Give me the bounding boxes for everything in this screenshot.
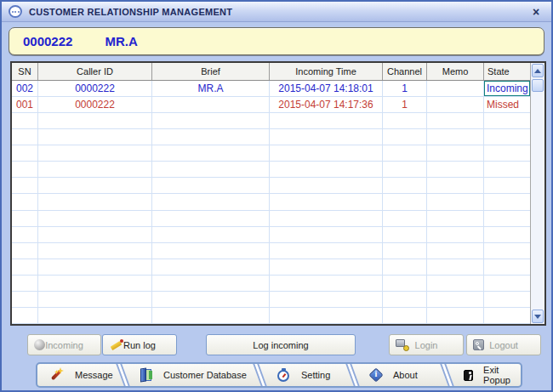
- pencil-icon: [109, 338, 123, 351]
- table-cell: [383, 276, 427, 291]
- table-cell: [270, 129, 383, 145]
- table-cell: [383, 243, 427, 258]
- table-cell[interactable]: 2015-04-07 14:18:01: [270, 81, 383, 96]
- table-cell: [270, 243, 383, 258]
- table-cell: [38, 162, 152, 177]
- login-button[interactable]: Login: [389, 334, 464, 355]
- run-log-button[interactable]: Run log: [102, 334, 177, 355]
- scrollbar-track[interactable]: [531, 93, 544, 309]
- table-cell: [427, 194, 484, 209]
- scrollbar-thumb[interactable]: [532, 79, 544, 92]
- table-cell: [383, 211, 427, 226]
- tab-setting-label: Setting: [301, 370, 330, 380]
- caller-id-text: 0000222: [23, 34, 72, 48]
- table-cell: [427, 276, 484, 291]
- log-incoming-button-label: Log incoming: [253, 340, 308, 350]
- table-cell[interactable]: [152, 97, 270, 112]
- tab-setting[interactable]: Setting: [265, 364, 348, 386]
- table-row-empty: [12, 129, 530, 145]
- chevron-up-icon: [534, 69, 541, 73]
- table-cell: [152, 292, 270, 307]
- table-cell: [38, 194, 152, 209]
- column-header-memo[interactable]: Memo: [427, 63, 484, 80]
- column-header-caller-id[interactable]: Caller ID: [38, 63, 152, 80]
- scroll-up-button[interactable]: [532, 64, 544, 77]
- table-cell: [38, 243, 152, 258]
- table-row-empty: [12, 194, 530, 210]
- column-header-state[interactable]: State: [484, 63, 530, 80]
- table-cell[interactable]: 2015-04-07 14:17:36: [270, 97, 383, 112]
- table-cell: [270, 194, 383, 209]
- tab-customer-database[interactable]: Customer Database: [128, 364, 255, 386]
- tab-about[interactable]: i About: [357, 364, 442, 386]
- table-cell: [270, 227, 383, 242]
- table-cell: [270, 145, 383, 161]
- table-row-empty: [12, 178, 530, 194]
- table-cell[interactable]: MR.A: [152, 81, 270, 96]
- table-cell: [38, 292, 152, 307]
- table-cell: [12, 145, 38, 161]
- vertical-scrollbar[interactable]: [530, 63, 544, 324]
- call-log-table: SN Caller ID Brief Incoming Time Channel…: [10, 61, 546, 326]
- tab-message[interactable]: Message: [37, 364, 118, 386]
- incoming-button-label: Incoming: [45, 340, 83, 350]
- table-cell[interactable]: 1: [383, 81, 427, 96]
- table-cell: [12, 211, 38, 226]
- table-cell: [270, 276, 383, 291]
- app-chat-icon: [9, 5, 22, 18]
- table-cell[interactable]: [427, 97, 484, 112]
- logout-button-label: Logout: [489, 340, 518, 350]
- table-header-row: SN Caller ID Brief Incoming Time Channel…: [12, 63, 530, 81]
- table-cell[interactable]: Missed: [484, 97, 530, 112]
- table-cell[interactable]: Incoming: [484, 81, 530, 96]
- table-cell: [484, 162, 530, 177]
- table-cell: [427, 243, 484, 258]
- table-cell: [427, 129, 484, 145]
- table-cell: [484, 227, 530, 242]
- column-header-sn[interactable]: SN: [12, 63, 38, 80]
- table-cell: [152, 259, 270, 275]
- column-header-channel[interactable]: Channel: [383, 63, 427, 80]
- table-cell: [484, 243, 530, 258]
- table-cell: [383, 162, 427, 177]
- scroll-down-button[interactable]: [532, 310, 544, 323]
- table-cell: [427, 145, 484, 161]
- table-cell[interactable]: [427, 81, 484, 96]
- logout-button[interactable]: Logout: [466, 334, 541, 355]
- table-cell: [12, 178, 38, 193]
- table-row-empty: [12, 227, 530, 243]
- caller-banner: 0000222 MR.A: [9, 27, 544, 55]
- app-window: CUSTOMER RELATIONSHIP MANAGEMENT × 00002…: [0, 0, 553, 392]
- table-row[interactable]: 00100002222015-04-07 14:17:361Missed: [12, 97, 530, 113]
- table-cell: [383, 113, 427, 128]
- table-cell: [12, 113, 38, 128]
- table-row-empty: [12, 292, 530, 308]
- table-cell[interactable]: 0000222: [38, 81, 152, 96]
- table-cell: [383, 145, 427, 161]
- table-cell: [152, 276, 270, 291]
- table-row-empty: [12, 243, 530, 259]
- table-cell: [484, 113, 530, 128]
- column-header-brief[interactable]: Brief: [152, 63, 270, 80]
- run-log-button-label: Run log: [123, 340, 156, 350]
- column-header-incoming-time[interactable]: Incoming Time: [270, 63, 383, 80]
- table-cell: [152, 227, 270, 242]
- table-row[interactable]: 0020000222MR.A2015-04-07 14:18:011Incomi…: [12, 81, 530, 97]
- table-cell: [270, 308, 383, 323]
- close-icon[interactable]: ×: [527, 5, 544, 19]
- tab-exit-popup[interactable]: Exit Popup: [452, 364, 521, 386]
- table-cell: [12, 162, 38, 177]
- log-incoming-button[interactable]: Log incoming: [206, 334, 356, 355]
- table-row-empty: [12, 276, 530, 292]
- table-row-empty: [12, 162, 530, 178]
- table-cell[interactable]: 0000222: [38, 97, 152, 112]
- table-cell[interactable]: 001: [12, 97, 38, 112]
- table-cell: [427, 227, 484, 242]
- incoming-button[interactable]: Incoming: [27, 334, 101, 355]
- table-cell[interactable]: 1: [383, 97, 427, 112]
- table-cell[interactable]: 002: [12, 81, 38, 96]
- table-cell: [12, 276, 38, 291]
- window-title: CUSTOMER RELATIONSHIP MANAGEMENT: [29, 7, 527, 17]
- tab-about-label: About: [393, 370, 418, 380]
- table-cell: [484, 178, 530, 193]
